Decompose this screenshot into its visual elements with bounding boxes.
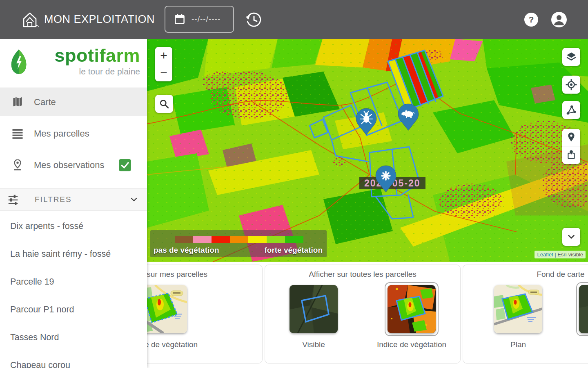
thumb-plan[interactable] bbox=[494, 285, 542, 333]
thumb-satellite[interactable] bbox=[579, 285, 588, 333]
account-icon bbox=[551, 12, 567, 27]
list-icon bbox=[11, 127, 24, 139]
option-plan[interactable]: Plan bbox=[479, 281, 557, 349]
collapse-panel-button[interactable] bbox=[562, 228, 580, 246]
search-button[interactable] bbox=[155, 95, 173, 113]
sidebar-item-label: Mes observations bbox=[34, 159, 107, 171]
layers-button[interactable] bbox=[562, 48, 580, 66]
pin-drop-icon bbox=[11, 159, 24, 171]
marker-tools bbox=[562, 129, 580, 164]
history-icon bbox=[244, 10, 263, 29]
observations-checkbox[interactable] bbox=[119, 159, 131, 171]
date-picker-button[interactable]: --/--/---- bbox=[165, 6, 234, 33]
thumb-ndvi-all[interactable] bbox=[388, 285, 436, 333]
parcel-list: Dix arpents - fossé La haie saint rémy -… bbox=[0, 212, 147, 368]
farm-home-icon bbox=[20, 10, 39, 29]
map: + − bbox=[147, 39, 588, 262]
selected-option-border bbox=[576, 282, 588, 336]
observation-marker-bug[interactable] bbox=[355, 108, 377, 136]
card-all-parcels: Afficher sur toutes les parcelles bbox=[265, 265, 461, 364]
sidebar-item-mes-observations[interactable]: Mes observations bbox=[0, 150, 147, 179]
card-title: Fond de carte bbox=[463, 270, 588, 279]
option-visible[interactable]: Visible bbox=[273, 281, 354, 349]
sidebar-item-mes-parcelles[interactable]: Mes parcelles bbox=[0, 119, 147, 148]
ndvi-gradient bbox=[175, 236, 303, 243]
chevron-down-icon bbox=[129, 195, 139, 204]
leaflet-link[interactable]: Leaflet bbox=[537, 251, 553, 258]
option-label: Visible bbox=[302, 340, 325, 349]
filters-toggle[interactable]: FILTRES bbox=[0, 188, 147, 211]
weed-icon bbox=[382, 172, 390, 180]
chevron-down-icon bbox=[566, 231, 577, 242]
help-button[interactable]: ? bbox=[524, 13, 538, 27]
calendar-icon bbox=[174, 13, 186, 25]
add-observation-button[interactable] bbox=[562, 146, 580, 164]
sidebar-item-carte[interactable]: Carte bbox=[0, 88, 147, 116]
brand: spotifarm le tour de plaine bbox=[33, 45, 140, 76]
legend-label-low: pas de végétation bbox=[154, 246, 219, 255]
sidebar: spotifarm le tour de plaine Carte Mes pa… bbox=[0, 39, 147, 368]
spotifarm-leaf-icon bbox=[11, 49, 27, 76]
legend-label-high: forte végétation bbox=[264, 246, 323, 255]
search-icon bbox=[159, 99, 169, 109]
tiles-source: Esri-visible bbox=[557, 251, 583, 258]
map-canvas[interactable] bbox=[147, 39, 588, 262]
check-icon bbox=[119, 159, 131, 171]
measure-area-icon bbox=[566, 104, 577, 116]
map-icon bbox=[11, 96, 24, 108]
thumb-visible[interactable] bbox=[290, 285, 338, 333]
parcel-list-item[interactable]: Chapeau corou bbox=[0, 351, 147, 368]
option-satellite[interactable] bbox=[564, 281, 588, 349]
topbar: MON EXPLOITATION --/--/---- ? bbox=[0, 0, 588, 39]
layers-icon bbox=[566, 52, 577, 62]
map-attribution: Leaflet | Esri-visible bbox=[535, 251, 586, 258]
help-icon: ? bbox=[529, 15, 534, 25]
parcel-list-item[interactable]: Dix arpents - fossé bbox=[0, 212, 147, 240]
locate-button[interactable] bbox=[562, 76, 580, 94]
brand-tagline: le tour de plaine bbox=[33, 67, 140, 76]
parcel-list-item[interactable]: Tasses Nord bbox=[0, 323, 147, 351]
locate-icon bbox=[566, 79, 577, 90]
measure-button[interactable] bbox=[562, 101, 580, 119]
pin-icon bbox=[566, 132, 577, 142]
option-ndvi-all[interactable]: Indice de végétation bbox=[371, 281, 452, 349]
sidebar-item-label: Mes parcelles bbox=[34, 128, 89, 139]
filters-label: FILTRES bbox=[35, 195, 72, 204]
sidebar-item-label: Carte bbox=[34, 96, 56, 108]
observation-marker-boar[interactable] bbox=[397, 103, 419, 131]
option-label: Plan bbox=[510, 340, 526, 349]
zoom-out-button[interactable]: − bbox=[155, 64, 172, 81]
account-button[interactable] bbox=[551, 12, 567, 27]
history-button[interactable] bbox=[244, 10, 263, 29]
zoom-in-button[interactable]: + bbox=[155, 47, 172, 64]
parcel-list-item[interactable]: Parcour P1 nord bbox=[0, 296, 147, 323]
card-basemap: Fond de carte bbox=[463, 265, 588, 364]
zoom-controls: + − bbox=[155, 47, 172, 81]
page-title: MON EXPLOITATION bbox=[44, 0, 155, 39]
parcel-list-item[interactable]: Parcelle 19 bbox=[0, 268, 147, 296]
option-label: Indice de végétation bbox=[377, 340, 446, 349]
card-title: Afficher sur toutes les parcelles bbox=[265, 270, 460, 279]
brand-name: spotifarm bbox=[33, 45, 140, 66]
ndvi-legend: pas de végétation forte végétation bbox=[150, 230, 327, 257]
drop-pin-button[interactable] bbox=[562, 129, 580, 146]
pin-box-icon bbox=[566, 149, 577, 160]
filters-icon bbox=[7, 194, 19, 206]
app: MON EXPLOITATION --/--/---- ? bbox=[0, 0, 588, 368]
date-value: --/--/---- bbox=[192, 15, 220, 24]
observation-marker-weed[interactable] bbox=[375, 165, 397, 193]
parcel-list-item[interactable]: La haie saint rémy - fossé bbox=[0, 240, 147, 268]
selected-option-border bbox=[385, 282, 439, 336]
